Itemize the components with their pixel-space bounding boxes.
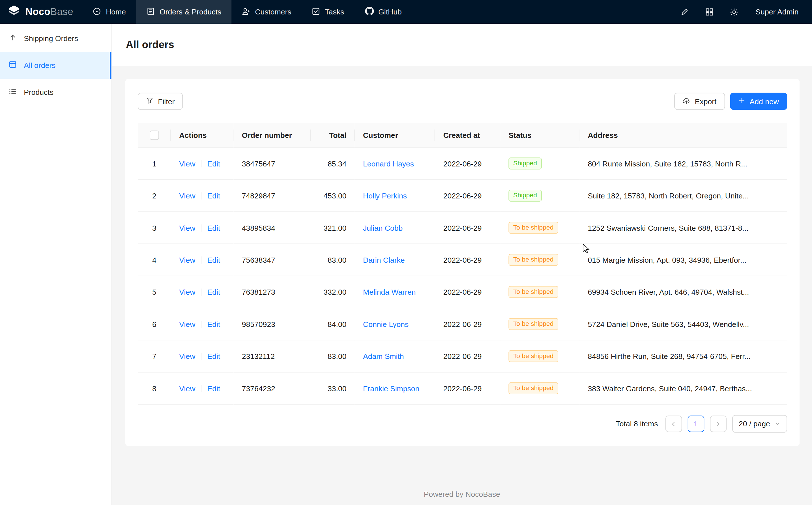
row-index: 2 bbox=[152, 191, 157, 200]
created-at-cell: 2022-06-29 bbox=[435, 180, 500, 212]
customer-link[interactable]: Julian Cobb bbox=[363, 224, 402, 232]
customer-link[interactable]: Adam Smith bbox=[363, 352, 404, 360]
order-number: 73764232 bbox=[242, 384, 275, 392]
export-button-label: Export bbox=[695, 97, 717, 105]
pagination-prev-button[interactable] bbox=[665, 415, 682, 432]
sidebar-item-label: Shipping Orders bbox=[24, 34, 78, 42]
pagination-total: Total 8 items bbox=[616, 420, 658, 428]
tasks-icon bbox=[312, 7, 320, 17]
edit-link[interactable]: Edit bbox=[207, 224, 220, 232]
action-divider bbox=[201, 320, 202, 328]
nav-item-home[interactable]: Home bbox=[83, 0, 137, 24]
status-cell: Shipped bbox=[500, 180, 579, 212]
edit-link[interactable]: Edit bbox=[207, 352, 220, 360]
order-number-cell: 38475647 bbox=[233, 148, 311, 180]
customers-icon bbox=[242, 7, 250, 17]
view-link[interactable]: View bbox=[179, 352, 195, 360]
view-link[interactable]: View bbox=[179, 288, 195, 296]
action-divider bbox=[201, 385, 202, 392]
column-header-total: Total bbox=[311, 124, 355, 148]
nav-item-tasks[interactable]: Tasks bbox=[302, 0, 354, 24]
view-link[interactable]: View bbox=[179, 384, 195, 392]
action-divider bbox=[201, 192, 202, 199]
edit-link[interactable]: Edit bbox=[207, 256, 220, 264]
add-new-button[interactable]: Add new bbox=[730, 93, 787, 110]
order-number: 23132112 bbox=[242, 352, 275, 360]
export-button[interactable]: Export bbox=[674, 93, 725, 110]
cloud-upload-icon bbox=[683, 97, 690, 106]
nav-label: Orders & Products bbox=[160, 8, 221, 16]
created-at-cell: 2022-06-29 bbox=[435, 212, 500, 244]
home-icon bbox=[93, 7, 101, 17]
status-cell: Shipped bbox=[500, 148, 579, 180]
sidebar-item-products[interactable]: Products bbox=[0, 79, 111, 106]
total-cell: 33.00 bbox=[311, 372, 355, 404]
address-cell: 804 Runte Mission, Suite 182, 15783, Nor… bbox=[579, 148, 787, 180]
sidebar: Shipping Orders All orders bbox=[0, 24, 112, 505]
orders-table-body: 1 ViewEdit 38475647 85.34 Leonard Hayes … bbox=[138, 148, 787, 405]
address-cell: 5724 Daniel Drive, Suite 563, 54403, Wen… bbox=[579, 308, 787, 340]
status-badge: To be shipped bbox=[508, 286, 558, 298]
status-cell: To be shipped bbox=[500, 276, 579, 308]
customer-link[interactable]: Melinda Warren bbox=[363, 288, 416, 296]
ui-editor-icon[interactable] bbox=[676, 3, 694, 21]
view-link[interactable]: View bbox=[179, 320, 195, 328]
filter-button-label: Filter bbox=[158, 97, 175, 105]
row-index-cell: 8 bbox=[138, 372, 171, 404]
edit-link[interactable]: Edit bbox=[207, 384, 220, 392]
row-index-cell: 7 bbox=[138, 341, 171, 372]
page-size-value: 20 / page bbox=[739, 420, 770, 428]
nav-item-orders-products[interactable]: Orders & Products bbox=[137, 0, 232, 24]
row-index-cell: 3 bbox=[138, 212, 171, 244]
view-link[interactable]: View bbox=[179, 191, 195, 200]
customer-link[interactable]: Connie Lyons bbox=[363, 320, 409, 328]
row-index: 1 bbox=[152, 159, 157, 168]
row-index: 3 bbox=[152, 224, 157, 232]
brand-text: NocoBase bbox=[25, 6, 73, 18]
plugins-grid-icon[interactable] bbox=[701, 3, 718, 21]
pagination-next-button[interactable] bbox=[710, 415, 727, 432]
view-link[interactable]: View bbox=[179, 159, 195, 168]
order-number: 38475647 bbox=[242, 159, 275, 168]
nav-item-customers[interactable]: Customers bbox=[232, 0, 302, 24]
customer-link[interactable]: Frankie Simpson bbox=[363, 384, 419, 392]
view-link[interactable]: View bbox=[179, 224, 195, 232]
status-badge: To be shipped bbox=[508, 350, 558, 362]
app-screen: NocoBase Home Orders & Products bbox=[0, 0, 812, 505]
action-divider bbox=[201, 353, 202, 360]
chevron-down-icon bbox=[775, 420, 780, 428]
current-user[interactable]: Super Admin bbox=[755, 8, 798, 16]
row-actions-cell: ViewEdit bbox=[171, 212, 233, 244]
customer-link[interactable]: Holly Perkins bbox=[363, 191, 407, 200]
edit-link[interactable]: Edit bbox=[207, 159, 220, 168]
customer-link[interactable]: Leonard Hayes bbox=[363, 159, 414, 168]
view-link[interactable]: View bbox=[179, 256, 195, 264]
row-actions-cell: ViewEdit bbox=[171, 308, 233, 340]
sidebar-item-label: Products bbox=[24, 88, 53, 96]
nav-item-github[interactable]: GitHub bbox=[354, 0, 412, 24]
filter-button[interactable]: Filter bbox=[138, 93, 183, 110]
created-at-value: 2022-06-29 bbox=[443, 384, 482, 392]
customer-cell: Darin Clarke bbox=[355, 244, 435, 276]
edit-link[interactable]: Edit bbox=[207, 320, 220, 328]
sidebar-item-all-orders[interactable]: All orders bbox=[0, 52, 111, 79]
row-actions-cell: ViewEdit bbox=[171, 276, 233, 308]
pagination-page-1[interactable]: 1 bbox=[688, 415, 704, 432]
total-value: 85.34 bbox=[328, 159, 346, 168]
select-all-header bbox=[138, 124, 171, 148]
edit-link[interactable]: Edit bbox=[207, 191, 220, 200]
nocobase-brand[interactable]: NocoBase bbox=[0, 4, 83, 20]
order-number: 43895834 bbox=[242, 224, 275, 232]
settings-gear-icon[interactable] bbox=[726, 3, 743, 21]
edit-link[interactable]: Edit bbox=[207, 288, 220, 296]
page-title: All orders bbox=[126, 39, 174, 51]
select-all-checkbox[interactable] bbox=[150, 131, 159, 140]
page-size-select[interactable]: 20 / page bbox=[732, 415, 787, 433]
customer-link[interactable]: Darin Clarke bbox=[363, 256, 405, 264]
created-at-cell: 2022-06-29 bbox=[435, 276, 500, 308]
sidebar-item-shipping-orders[interactable]: Shipping Orders bbox=[0, 25, 111, 52]
row-index: 6 bbox=[152, 320, 157, 328]
address-value: 383 Walter Gardens, Suite 040, 24947, Be… bbox=[588, 384, 752, 392]
address-cell: Suite 182, 15783, North Robert, Oregon, … bbox=[579, 180, 787, 212]
table-row: 6 ViewEdit 98570923 84.00 Connie Lyons 2… bbox=[138, 308, 787, 340]
